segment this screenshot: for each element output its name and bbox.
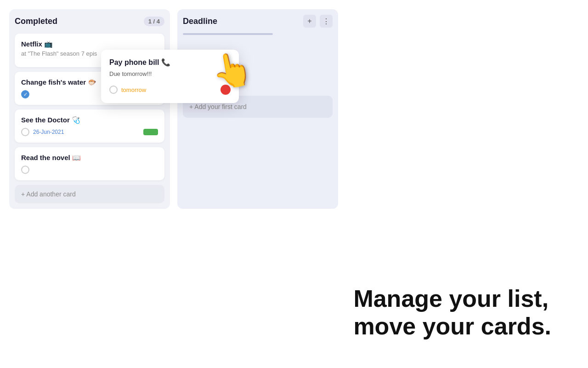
card-netflix-title: Netflix 📺 xyxy=(21,40,158,48)
completed-badge: 1 / 4 xyxy=(144,17,164,26)
right-text-section: Manage your list, move your cards. xyxy=(353,285,551,340)
card-read-novel-footer xyxy=(21,166,158,174)
card-see-doctor-green-badge xyxy=(143,129,158,135)
popup-date-label: tomorrow xyxy=(121,86,146,93)
card-read-novel-title: Read the novel 📖 xyxy=(21,154,158,162)
plus-icon: + xyxy=(307,17,311,25)
checkbox-fish-water[interactable] xyxy=(21,90,29,98)
deadline-scroll-indicator xyxy=(183,33,273,35)
cursor-hand-icon: 👆 xyxy=(208,47,255,93)
checkbox-read-novel[interactable] xyxy=(21,166,29,174)
checkbox-see-doctor[interactable] xyxy=(21,128,29,136)
card-see-doctor-footer: 26-Jun-2021 xyxy=(21,128,158,136)
completed-title: Completed xyxy=(15,17,57,26)
card-read-novel[interactable]: Read the novel 📖 xyxy=(15,147,164,180)
right-text-line2: move your cards. xyxy=(353,313,551,339)
add-first-card-label: + Add your first card xyxy=(189,103,247,110)
right-text-line1: Manage your list, xyxy=(353,285,548,312)
deadline-column: Deadline + ⋮ + Add your first card xyxy=(177,9,338,209)
card-see-doctor-date: 26-Jun-2021 xyxy=(33,129,64,135)
deadline-title: Deadline xyxy=(183,17,217,26)
deadline-header: Deadline + ⋮ xyxy=(183,15,333,28)
deadline-more-icon-button[interactable]: ⋮ xyxy=(320,15,333,28)
card-see-doctor[interactable]: See the Doctor 🩺 26-Jun-2021 xyxy=(15,109,164,143)
dots-icon: ⋮ xyxy=(322,17,330,26)
popup-card-footer: tomorrow xyxy=(109,85,231,95)
completed-column-header: Completed 1 / 4 xyxy=(15,15,164,28)
right-text-heading: Manage your list, move your cards. xyxy=(353,285,551,340)
card-see-doctor-title: See the Doctor 🩺 xyxy=(21,116,158,124)
add-another-card-button[interactable]: + Add another card xyxy=(15,185,164,203)
popup-checkbox[interactable] xyxy=(109,86,118,94)
deadline-header-icons: + ⋮ xyxy=(303,15,333,28)
completed-column: Completed 1 / 4 Netflix 📺 at "The Flash"… xyxy=(9,9,170,209)
deadline-add-icon-button[interactable]: + xyxy=(303,15,316,28)
